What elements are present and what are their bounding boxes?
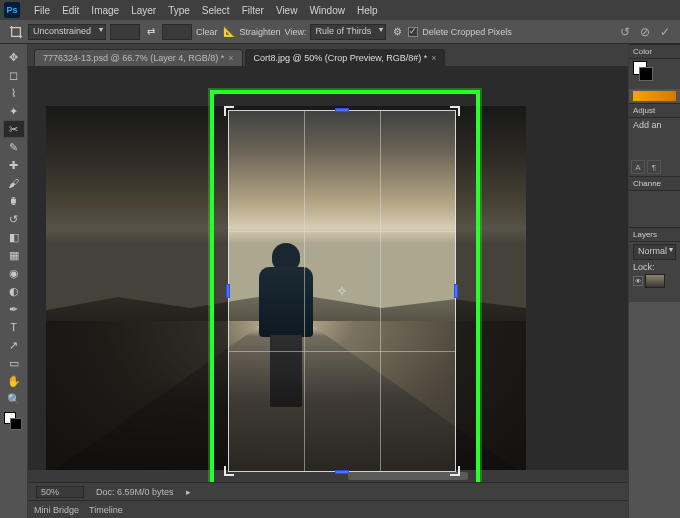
menu-image[interactable]: Image — [85, 3, 125, 18]
brush-tool[interactable]: 🖌 — [3, 174, 25, 192]
menu-select[interactable]: Select — [196, 3, 236, 18]
menu-layer[interactable]: Layer — [125, 3, 162, 18]
commit-crop-icon[interactable]: ✓ — [658, 25, 672, 39]
tab-mini-bridge[interactable]: Mini Bridge — [34, 505, 79, 515]
canvas[interactable]: ✧ — [28, 66, 628, 482]
document-tabs: 7776324-13.psd @ 66.7% (Layer 4, RGB/8) … — [28, 44, 628, 66]
crop-handle-l[interactable] — [226, 284, 230, 298]
visibility-icon[interactable]: 👁 — [633, 276, 643, 286]
channels-panel[interactable] — [629, 191, 680, 227]
type-tool[interactable]: T — [3, 318, 25, 336]
view-label: View: — [285, 27, 307, 37]
app-logo: Ps — [4, 2, 20, 18]
straighten-icon[interactable]: 📐 — [222, 25, 236, 39]
crop-handle-r[interactable] — [454, 284, 458, 298]
doc-tab-1[interactable]: 7776324-13.psd @ 66.7% (Layer 4, RGB/8) … — [34, 49, 243, 66]
crop-handle-br[interactable] — [450, 466, 460, 476]
crop-center-icon: ✧ — [336, 283, 348, 299]
wand-tool[interactable]: ✦ — [3, 102, 25, 120]
tools-panel: ✥ ◻ ⌇ ✦ ✂ ✎ ✚ 🖌 ⧯ ↺ ◧ ▦ ◉ ◐ ✒ T ↗ ▭ ✋ 🔍 — [0, 44, 28, 518]
blur-tool[interactable]: ◉ — [3, 264, 25, 282]
layer-thumbnail[interactable] — [645, 274, 665, 288]
grid-v2 — [380, 111, 381, 471]
tool-preset-strip: A ¶ — [629, 158, 680, 176]
gear-icon[interactable]: ⚙ — [390, 25, 404, 39]
ratio-mode-dropdown[interactable]: Unconstrained — [28, 24, 106, 40]
crop-handle-tr[interactable] — [450, 106, 460, 116]
close-icon[interactable]: × — [228, 53, 233, 63]
menu-file[interactable]: File — [28, 3, 56, 18]
crop-tool-icon — [8, 24, 24, 40]
right-panels: Color Adjust Add an A ¶ Channe Layers No… — [628, 44, 680, 518]
lock-label: Lock: — [633, 262, 676, 272]
crop-height-input[interactable] — [162, 24, 192, 40]
hand-tool[interactable]: ✋ — [3, 372, 25, 390]
bottom-panel-tabs: Mini Bridge Timeline — [28, 500, 628, 518]
crop-handle-tl[interactable] — [224, 106, 234, 116]
panel-bg-swatch[interactable] — [639, 67, 653, 81]
move-tool[interactable]: ✥ — [3, 48, 25, 66]
crop-handle-b[interactable] — [335, 470, 349, 474]
dodge-tool[interactable]: ◐ — [3, 282, 25, 300]
layer-row[interactable]: 👁 — [633, 274, 676, 288]
grid-h2 — [229, 351, 455, 352]
menu-edit[interactable]: Edit — [56, 3, 85, 18]
icon-p[interactable]: ¶ — [647, 160, 661, 174]
background-swatch[interactable] — [10, 418, 22, 430]
reset-crop-icon[interactable]: ↺ — [618, 25, 632, 39]
zoom-input[interactable]: 50% — [36, 486, 84, 498]
doc-tab-label: 7776324-13.psd @ 66.7% (Layer 4, RGB/8) … — [43, 53, 224, 63]
clear-button[interactable]: Clear — [196, 27, 218, 37]
crop-handle-t[interactable] — [335, 108, 349, 112]
crop-width-input[interactable] — [110, 24, 140, 40]
titlebar: Ps File Edit Image Layer Type Select Fil… — [0, 0, 680, 20]
crop-handle-bl[interactable] — [224, 466, 234, 476]
crop-box[interactable]: ✧ — [228, 110, 456, 472]
adjustments-panel[interactable]: Add an — [629, 118, 680, 158]
blend-mode-dropdown[interactable]: Normal — [633, 244, 676, 260]
history-brush-tool[interactable]: ↺ — [3, 210, 25, 228]
healing-tool[interactable]: ✚ — [3, 156, 25, 174]
swap-dims-icon[interactable]: ⇄ — [144, 25, 158, 39]
color-panel[interactable] — [629, 59, 680, 89]
lasso-tool[interactable]: ⌇ — [3, 84, 25, 102]
tab-timeline[interactable]: Timeline — [89, 505, 123, 515]
layers-panel[interactable]: Normal Lock: 👁 — [629, 242, 680, 302]
color-ramp[interactable] — [633, 91, 676, 101]
icon-a[interactable]: A — [631, 160, 645, 174]
delete-cropped-checkbox[interactable] — [408, 27, 418, 37]
doc-info: Doc: 6.59M/0 bytes — [96, 487, 174, 497]
menu-type[interactable]: Type — [162, 3, 196, 18]
close-icon[interactable]: × — [431, 53, 436, 63]
grid-h1 — [229, 231, 455, 232]
marquee-tool[interactable]: ◻ — [3, 66, 25, 84]
menu-window[interactable]: Window — [303, 3, 351, 18]
doc-tab-label: Cort8.jpg @ 50% (Crop Preview, RGB/8#) * — [254, 53, 428, 63]
straighten-label[interactable]: Straighten — [240, 27, 281, 37]
adjustments-panel-tab[interactable]: Adjust — [629, 103, 680, 118]
overlay-dropdown[interactable]: Rule of Thirds — [310, 24, 386, 40]
eyedropper-tool[interactable]: ✎ — [3, 138, 25, 156]
options-bar: Unconstrained ⇄ Clear 📐 Straighten View:… — [0, 20, 680, 44]
info-arrow-icon[interactable]: ▸ — [186, 487, 191, 497]
menu-help[interactable]: Help — [351, 3, 384, 18]
channels-panel-tab[interactable]: Channe — [629, 176, 680, 191]
stamp-tool[interactable]: ⧯ — [3, 192, 25, 210]
path-tool[interactable]: ↗ — [3, 336, 25, 354]
menu-filter[interactable]: Filter — [236, 3, 270, 18]
cancel-crop-icon[interactable]: ⊘ — [638, 25, 652, 39]
status-bar: 50% Doc: 6.59M/0 bytes ▸ — [28, 482, 628, 500]
color-panel-tab[interactable]: Color — [629, 44, 680, 59]
eraser-tool[interactable]: ◧ — [3, 228, 25, 246]
doc-tab-2[interactable]: Cort8.jpg @ 50% (Crop Preview, RGB/8#) *… — [245, 49, 446, 66]
crop-tool[interactable]: ✂ — [3, 120, 25, 138]
layers-panel-tab[interactable]: Layers — [629, 227, 680, 242]
grid-v1 — [304, 111, 305, 471]
zoom-tool[interactable]: 🔍 — [3, 390, 25, 408]
shape-tool[interactable]: ▭ — [3, 354, 25, 372]
add-adjustment-label: Add an — [633, 120, 662, 130]
gradient-tool[interactable]: ▦ — [3, 246, 25, 264]
color-swatches[interactable] — [4, 412, 24, 432]
menu-view[interactable]: View — [270, 3, 304, 18]
pen-tool[interactable]: ✒ — [3, 300, 25, 318]
